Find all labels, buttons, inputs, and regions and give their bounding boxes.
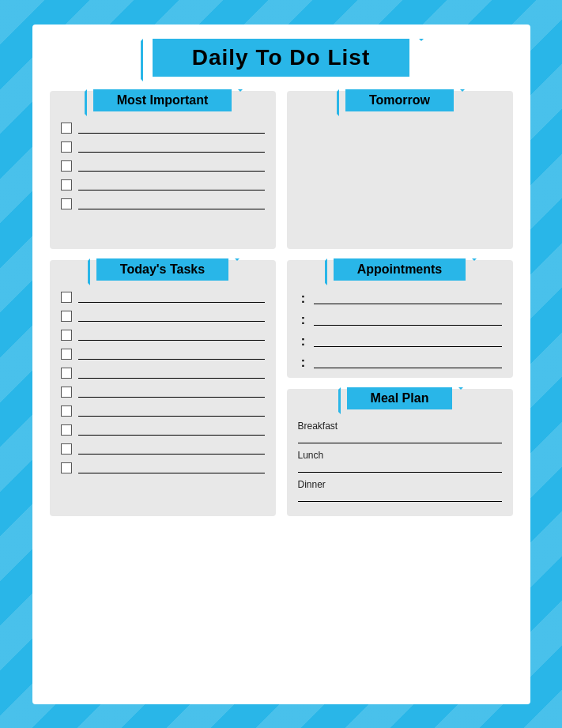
checkbox[interactable] [61,198,72,209]
appointment-line [314,315,502,326]
checkbox[interactable] [61,387,72,398]
list-item [61,311,265,322]
todays-tasks-header: Today's Tasks [50,258,276,281]
dinner-label: Dinner [298,479,502,490]
todays-tasks-title: Today's Tasks [120,262,205,276]
line [78,349,265,360]
time-colon: : [298,292,309,306]
list-item [61,160,265,172]
todays-tasks-list [50,292,276,473]
list-item: : [298,334,502,349]
lunch-section: Lunch [287,450,513,473]
list-item [61,330,265,341]
meal-plan-section: Meal Plan Breakfast Lunch Dinner [287,389,513,516]
breakfast-line [298,443,502,443]
line [78,405,265,417]
line [78,160,265,172]
time-colon: : [298,313,309,327]
appointment-line [314,357,502,368]
line [78,198,265,209]
appointments-ribbon: Appointments [334,258,466,281]
right-bottom-column: Appointments : : : [287,260,513,516]
time-colon: : [298,334,309,349]
appointments-title: Appointments [357,262,443,276]
breakfast-label: Breakfast [298,421,502,432]
checkbox[interactable] [61,462,72,473]
line [78,179,265,190]
line [78,424,265,436]
line [78,368,265,379]
meal-plan-header: Meal Plan [287,387,513,409]
checkbox[interactable] [61,405,72,417]
checkbox[interactable] [61,424,72,436]
checkbox[interactable] [61,292,72,303]
line [78,311,265,322]
list-item [61,405,265,417]
meal-plan-ribbon: Meal Plan [347,387,453,409]
list-item [61,387,265,398]
most-important-section: Most Important [50,91,276,249]
page-title: Daily To Do List [192,45,371,70]
appointments-list: : : : : [287,292,513,370]
checkbox[interactable] [61,330,72,341]
checkbox[interactable] [61,443,72,455]
checkbox[interactable] [61,368,72,379]
most-important-ribbon: Most Important [93,89,232,111]
checkbox[interactable] [61,179,72,190]
line [78,123,265,134]
todays-tasks-section: Today's Tasks [50,260,276,516]
checkbox[interactable] [61,141,72,153]
list-item [61,424,265,436]
list-item [61,179,265,190]
todays-tasks-ribbon: Today's Tasks [96,258,228,281]
most-important-header: Most Important [50,89,276,111]
line [78,387,265,398]
list-item: : [298,356,502,370]
list-item: : [298,313,502,327]
line [78,330,265,341]
line [78,141,265,153]
time-colon: : [298,356,309,370]
appointment-line [314,293,502,304]
list-item: : [298,292,502,306]
most-important-title: Most Important [117,93,209,107]
title-banner: Daily To Do List [50,39,513,77]
title-ribbon: Daily To Do List [153,39,410,77]
meal-plan-title: Meal Plan [371,391,429,405]
dinner-line [298,501,502,502]
tomorrow-header: Tomorrow [287,89,513,111]
line [78,462,265,473]
checkbox[interactable] [61,160,72,172]
list-item [61,141,265,153]
breakfast-section: Breakfast [287,421,513,443]
list-item [61,349,265,360]
dinner-section: Dinner [287,479,513,502]
lunch-line [298,472,502,473]
main-grid: Most Important [50,91,513,516]
list-item [61,292,265,303]
line [78,443,265,455]
tomorrow-section: Tomorrow [287,91,513,249]
list-item [61,443,265,455]
tomorrow-title: Tomorrow [369,93,430,107]
appointments-section: Appointments : : : [287,260,513,378]
line [78,292,265,303]
list-item [61,368,265,379]
most-important-list [50,123,276,209]
checkbox[interactable] [61,123,72,134]
checkbox[interactable] [61,311,72,322]
page: Daily To Do List Most Important [32,25,530,704]
tomorrow-ribbon: Tomorrow [345,89,454,111]
lunch-label: Lunch [298,450,502,461]
list-item [61,123,265,134]
checkbox[interactable] [61,349,72,360]
list-item [61,462,265,473]
appointments-header: Appointments [287,258,513,281]
appointment-line [314,336,502,347]
list-item [61,198,265,209]
